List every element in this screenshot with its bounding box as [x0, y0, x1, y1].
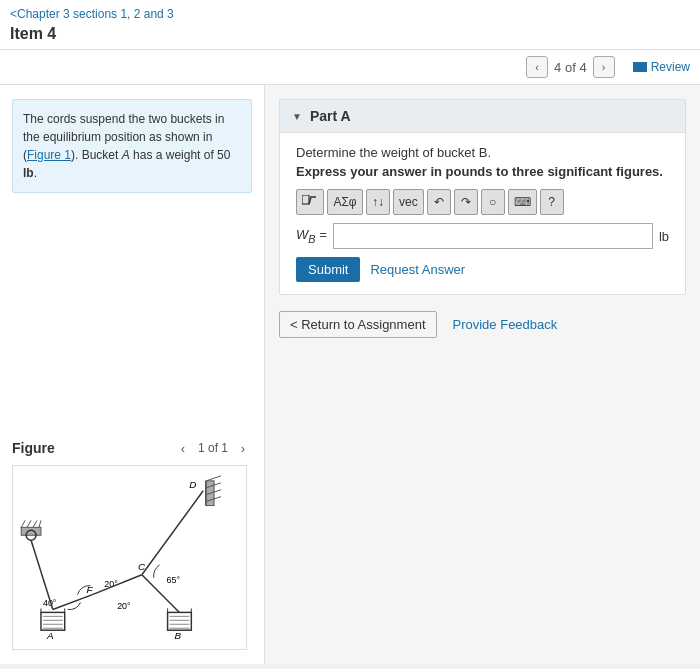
svg-text:A: A — [46, 630, 54, 641]
figure-next-button[interactable]: › — [234, 439, 252, 457]
part-a-section: ▼ Part A Determine the weight of bucket … — [279, 99, 686, 295]
svg-text:65°: 65° — [167, 575, 181, 585]
top-bar: <Chapter 3 sections 1, 2 and 3 Item 4 — [0, 0, 700, 50]
return-row: < Return to Assignment Provide Feedback — [279, 307, 686, 342]
nav-controls: ‹ 4 of 4 › Review — [526, 56, 690, 78]
feedback-link[interactable]: Provide Feedback — [453, 317, 558, 332]
superscript-button[interactable]: ↑↓ — [366, 189, 390, 215]
sigma-button[interactable]: ΑΣφ — [327, 189, 363, 215]
page-indicator: 4 of 4 — [554, 60, 587, 75]
redo-button[interactable]: ↷ — [454, 189, 478, 215]
part-title: Part A — [310, 108, 351, 124]
prev-button[interactable]: ‹ — [526, 56, 548, 78]
answer-input[interactable] — [333, 223, 653, 249]
svg-rect-42 — [302, 195, 309, 204]
right-panel: ▼ Part A Determine the weight of bucket … — [265, 85, 700, 664]
figure-nav: ‹ 1 of 1 › — [174, 439, 252, 457]
main-layout: The cords suspend the two buckets in the… — [0, 85, 700, 664]
part-instruction: Determine the weight of bucket B. — [296, 145, 669, 160]
submit-button[interactable]: Submit — [296, 257, 360, 282]
svg-text:20°: 20° — [117, 601, 131, 611]
nav-bar: ‹ 4 of 4 › Review — [0, 50, 700, 85]
review-button[interactable]: Review — [633, 60, 690, 74]
item-title: Item 4 — [10, 25, 690, 43]
part-instruction-bold: Express your answer in pounds to three s… — [296, 164, 669, 179]
action-buttons: Submit Request Answer — [296, 257, 669, 282]
keyboard-button[interactable]: ⌨ — [508, 189, 537, 215]
figure-prev-button[interactable]: ‹ — [174, 439, 192, 457]
next-button[interactable]: › — [593, 56, 615, 78]
problem-text: The cords suspend the two buckets in the… — [12, 99, 252, 193]
review-icon — [633, 62, 647, 72]
figure-svg: D E — [13, 466, 246, 649]
math-toolbar: ΑΣφ ↑↓ vec ↶ ↷ ○ ⌨ ? — [296, 189, 669, 215]
svg-text:B: B — [175, 630, 182, 641]
figure-section: Figure ‹ 1 of 1 › D — [12, 439, 252, 650]
figure-canvas: D E — [12, 465, 247, 650]
vec-button[interactable]: vec — [393, 189, 424, 215]
figure-link[interactable]: Figure 1 — [27, 148, 71, 162]
request-answer-link[interactable]: Request Answer — [370, 257, 465, 282]
part-arrow-icon[interactable]: ▼ — [292, 111, 302, 122]
svg-text:D: D — [189, 479, 196, 490]
chapter-link[interactable]: <Chapter 3 sections 1, 2 and 3 — [10, 7, 174, 21]
svg-rect-9 — [21, 527, 41, 535]
figure-title: Figure — [12, 440, 55, 456]
answer-unit: lb — [659, 229, 669, 244]
left-panel: The cords suspend the two buckets in the… — [0, 85, 265, 664]
figure-header: Figure ‹ 1 of 1 › — [12, 439, 252, 457]
answer-label: WB = — [296, 227, 327, 245]
figure-page: 1 of 1 — [198, 441, 228, 455]
part-body: Determine the weight of bucket B. Expres… — [280, 133, 685, 294]
sqrt-button[interactable] — [296, 189, 324, 215]
undo-button[interactable]: ↶ — [427, 189, 451, 215]
answer-row: WB = lb — [296, 223, 669, 249]
part-header: ▼ Part A — [280, 100, 685, 133]
return-button[interactable]: < Return to Assignment — [279, 311, 437, 338]
help-button[interactable]: ? — [540, 189, 564, 215]
reset-button[interactable]: ○ — [481, 189, 505, 215]
